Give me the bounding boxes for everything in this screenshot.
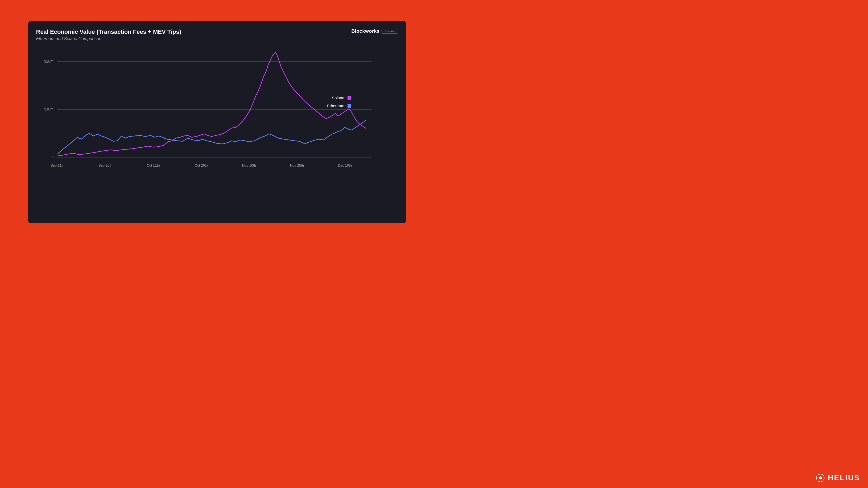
blockworks-text: Blockworks — [351, 28, 379, 34]
chart-area: $20m $10m 0 Sep 11th Sep 26th Oct 11th O… — [36, 45, 398, 200]
blockworks-logo: Blockworks Research — [351, 28, 398, 34]
svg-text:Dec 10th: Dec 10th — [338, 163, 351, 167]
svg-rect-13 — [347, 96, 351, 100]
chart-subtitle: Ethereum and Solana Comparison — [36, 36, 398, 41]
research-badge: Research — [381, 29, 398, 33]
svg-text:Sep 11th: Sep 11th — [50, 163, 64, 167]
svg-text:0: 0 — [51, 155, 54, 159]
chart-svg: $20m $10m 0 Sep 11th Sep 26th Oct 11th O… — [36, 45, 398, 200]
svg-rect-15 — [347, 104, 351, 108]
svg-text:$20m: $20m — [44, 59, 53, 63]
chart-title: Real Economic Value (Transaction Fees + … — [36, 28, 398, 35]
solana-line — [58, 52, 366, 156]
ethereum-line — [58, 120, 366, 154]
svg-text:Ethereum: Ethereum — [327, 103, 344, 108]
svg-text:Sep 26th: Sep 26th — [98, 163, 112, 167]
svg-text:Solana: Solana — [332, 95, 344, 100]
svg-text:Nov 10th: Nov 10th — [242, 163, 256, 167]
chart-container: Blockworks Research Real Economic Value … — [28, 21, 406, 223]
svg-text:Nov 25th: Nov 25th — [290, 163, 304, 167]
svg-text:Oct 11th: Oct 11th — [147, 163, 160, 167]
svg-text:$10m: $10m — [44, 107, 53, 111]
svg-text:Oct 26th: Oct 26th — [194, 163, 208, 167]
